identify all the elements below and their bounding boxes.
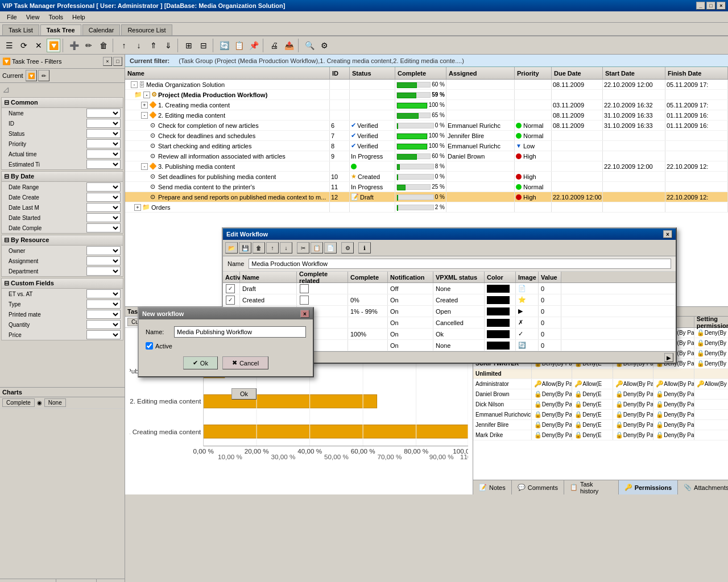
- table-row[interactable]: ⊙ Set deadlines for publishing media con…: [125, 172, 728, 182]
- table-row[interactable]: 📁 - ⚙ Project (Media Production Workflow…: [125, 90, 728, 100]
- filter-estimated-select[interactable]: [86, 160, 121, 169]
- ew-tool-4[interactable]: ℹ: [358, 242, 371, 253]
- col-header-id[interactable]: ID: [330, 67, 350, 79]
- list-item[interactable]: Mark Drike 🔒Deny(By Par 🔒Deny(E 🔒Deny(By…: [473, 430, 728, 440]
- filter-date-create-select[interactable]: [86, 193, 121, 202]
- filter-quantity-select[interactable]: [86, 320, 121, 329]
- toolbar-btn-search[interactable]: 🔍: [303, 39, 316, 52]
- ew-tool-cut[interactable]: ✂: [297, 242, 309, 253]
- expand-icon[interactable]: -: [143, 92, 150, 98]
- filter-expand-btn[interactable]: □: [113, 57, 122, 66]
- list-item[interactable]: Unlimited: [473, 369, 728, 379]
- filter-actual-time-select[interactable]: [86, 149, 121, 159]
- tab-task-tree[interactable]: Task Tree: [40, 24, 81, 35]
- ew-color-swatch[interactable]: [487, 342, 510, 350]
- ew-color-swatch[interactable]: [487, 296, 510, 304]
- ew-workflow-name-input[interactable]: [249, 259, 671, 269]
- toolbar-btn-6[interactable]: 📌: [247, 39, 260, 52]
- ew-tool-paste[interactable]: 📄: [324, 242, 337, 253]
- col-header-finish-date[interactable]: Finish Date: [665, 67, 728, 79]
- filter-section-bydate-header[interactable]: ⊟ By Date: [2, 172, 123, 182]
- expand-icon[interactable]: -: [141, 112, 148, 119]
- col-header-name[interactable]: Name: [125, 67, 330, 79]
- toolbar-btn-delete[interactable]: 🗑: [97, 39, 110, 52]
- table-row[interactable]: - 🔶 2. Editing media content 65 % 08.11.…: [125, 110, 728, 120]
- table-row[interactable]: ⊙ Review all information associated with…: [125, 151, 728, 161]
- minimize-btn[interactable]: _: [696, 2, 705, 10]
- filter-section-byresource-header[interactable]: ⊟ By Resource: [2, 235, 123, 246]
- table-row[interactable]: - 🔶 3. Publishing media content 8 % 22.1…: [125, 161, 728, 172]
- tab-resource-list[interactable]: Resource List: [121, 24, 172, 35]
- list-item[interactable]: Jennifer Blire 🔒Deny(By Par 🔒Deny(E 🔒Den…: [473, 420, 728, 430]
- list-item[interactable]: Created 0% On Created ⭐ 0: [223, 294, 676, 306]
- toolbar-btn-up[interactable]: ↑: [117, 39, 131, 52]
- tab-permissions[interactable]: 🔑 Permissions: [619, 480, 678, 494]
- toolbar-btn-print[interactable]: 🖨: [267, 39, 281, 52]
- expand-icon[interactable]: -: [131, 81, 138, 88]
- filter-date-comple-select[interactable]: [86, 223, 121, 232]
- filter-edit-icon[interactable]: ✏: [38, 70, 49, 81]
- tab-calendar[interactable]: Calendar: [82, 24, 121, 35]
- ok-floating-btn[interactable]: Ok: [231, 388, 257, 400]
- ew-color-swatch[interactable]: [487, 285, 510, 293]
- tab-comments[interactable]: 💬 Comments: [512, 480, 564, 494]
- menu-tools[interactable]: Tools: [44, 13, 68, 22]
- close-btn[interactable]: ×: [717, 2, 726, 10]
- tab-task-history[interactable]: 📋 Task history: [564, 480, 619, 494]
- toolbar-btn-5[interactable]: 📋: [232, 39, 246, 52]
- toolbar-btn-filter[interactable]: 🔽: [47, 39, 60, 52]
- table-row[interactable]: ⊙ Prepare and send reports on published …: [125, 192, 728, 202]
- ew-complete-rel-checkbox[interactable]: [300, 296, 309, 305]
- list-item[interactable]: Draft Off None 📄 0: [223, 283, 676, 294]
- filter-name-select[interactable]: [86, 109, 121, 118]
- ew-active-checkbox[interactable]: [226, 284, 235, 293]
- toolbar-btn-collapse[interactable]: ⊟: [197, 39, 210, 52]
- ew-tool-open[interactable]: 📂: [225, 242, 238, 253]
- toolbar-btn-add[interactable]: ➕: [67, 39, 81, 52]
- toolbar-btn-down[interactable]: ↓: [132, 39, 146, 52]
- filter-type-select[interactable]: [86, 300, 121, 309]
- col-header-complete[interactable]: Complete: [395, 67, 446, 79]
- filter-close-btn[interactable]: ×: [103, 57, 112, 66]
- filter-date-range-select[interactable]: [86, 182, 121, 192]
- filter-section-custom-header[interactable]: ⊟ Custom Fields: [2, 278, 123, 289]
- col-header-status[interactable]: Status: [350, 67, 395, 79]
- menu-help[interactable]: Help: [68, 13, 90, 22]
- new-workflow-active-checkbox[interactable]: [146, 342, 153, 350]
- toolbar-btn-1[interactable]: ☰: [2, 39, 16, 52]
- toolbar-btn-move-up[interactable]: ⇑: [147, 39, 160, 52]
- menu-view[interactable]: View: [22, 13, 44, 22]
- filter-priority-select[interactable]: [86, 139, 121, 148]
- tab-task-list[interactable]: Task List: [2, 24, 39, 35]
- filter-etvsat-select[interactable]: [86, 289, 121, 298]
- menu-file[interactable]: File: [2, 13, 22, 22]
- ew-tool-copy[interactable]: 📋: [311, 242, 323, 253]
- bottom-tab-none[interactable]: None: [44, 398, 66, 407]
- toolbar-btn-settings[interactable]: ⚙: [317, 39, 331, 52]
- new-workflow-ok-btn[interactable]: ✔ Ok: [183, 356, 218, 369]
- expand-icon[interactable]: +: [141, 102, 148, 109]
- ew-scroll-btn[interactable]: ▶: [664, 353, 673, 362]
- col-header-assigned[interactable]: Assigned: [446, 67, 515, 79]
- col-header-due-date[interactable]: Due Date: [552, 67, 603, 79]
- list-item[interactable]: Emmanuel Rurichovich 🔒Deny(By Par 🔒Deny(…: [473, 410, 728, 420]
- toolbar-btn-expand[interactable]: ⊞: [182, 39, 196, 52]
- edit-workflow-close-btn[interactable]: ×: [663, 230, 672, 238]
- ew-tool-delete[interactable]: 🗑: [253, 242, 265, 253]
- ew-tool-up[interactable]: ↑: [266, 242, 279, 253]
- ew-color-swatch[interactable]: [487, 319, 510, 327]
- list-item[interactable]: Daniel Brown 🔒Deny(By Par 🔒Deny(E 🔒Deny(…: [473, 389, 728, 400]
- new-workflow-close-btn[interactable]: ×: [300, 310, 309, 318]
- list-item[interactable]: Administrator 🔑Allow(By Par 🔑Allow(E 🔑Al…: [473, 379, 728, 389]
- filter-printed-select[interactable]: [86, 310, 121, 319]
- table-row[interactable]: + 📁 Orders 2 %: [125, 202, 728, 213]
- col-header-start-date[interactable]: Start Date: [603, 67, 665, 79]
- table-row[interactable]: ⊙ Check for completion of new articles 6…: [125, 120, 728, 131]
- filter-id-select[interactable]: [86, 119, 121, 128]
- toolbar-btn-export[interactable]: 📤: [282, 39, 296, 52]
- ew-complete-rel-checkbox[interactable]: [300, 284, 309, 293]
- toolbar-btn-3[interactable]: ✕: [32, 39, 46, 52]
- ew-color-swatch[interactable]: [487, 307, 510, 315]
- toolbar-btn-2[interactable]: ⟳: [17, 39, 31, 52]
- filter-status-select[interactable]: [86, 129, 121, 138]
